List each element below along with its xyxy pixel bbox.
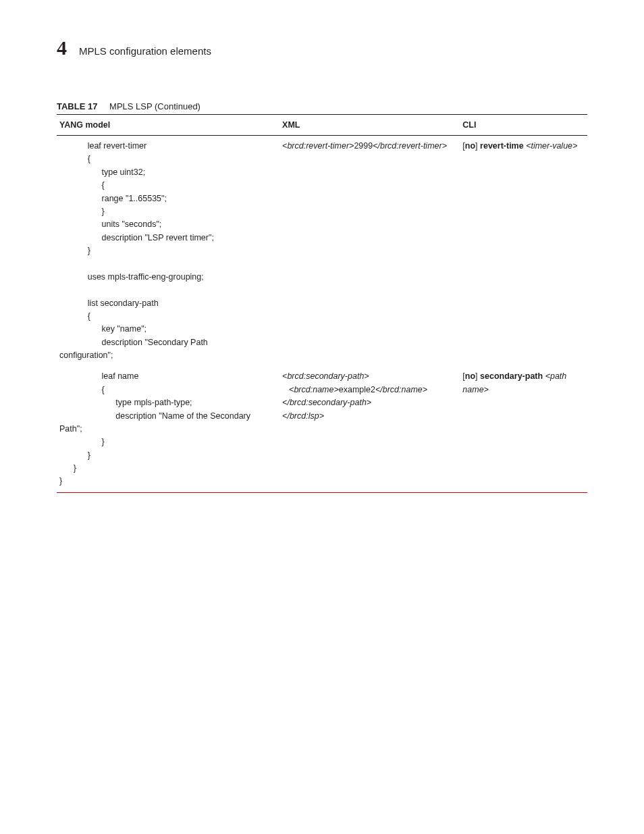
col-header-cli: CLI <box>460 115 587 136</box>
xml-code-block: <brcd:revert-timer>2999</brcd:revert-tim… <box>282 140 457 153</box>
cli-no-prefix: [no] <box>462 371 477 381</box>
xml-line: </brcd:secondary-path> <box>282 398 371 407</box>
col-header-xml: XML <box>279 115 460 136</box>
cell-xml: <brcd:revert-timer>2999</brcd:revert-tim… <box>279 136 460 367</box>
table-header-row: YANG model XML CLI <box>57 115 587 136</box>
cli-command: [no] revert-time <timer-value> <box>462 140 585 153</box>
xml-tag-open: <brcd:name> <box>289 385 339 394</box>
cell-cli: [no] revert-time <timer-value> <box>460 136 587 367</box>
table-caption: TABLE 17 MPLS LSP (Continued) <box>57 101 587 111</box>
xml-tag-close: </brcd:name> <box>375 385 427 394</box>
cell-cli: [no] secondary-path <path name> <box>460 366 587 492</box>
table-label: TABLE 17 <box>57 101 97 111</box>
yang-code-block: leaf name { type mpls-path-type; descrip… <box>59 370 277 488</box>
table-title: MPLS LSP (Continued) <box>109 101 200 111</box>
xml-line: </brcd:lsp> <box>282 411 324 421</box>
mpls-lsp-table: YANG model XML CLI leaf revert-timer { t… <box>57 115 587 492</box>
cli-cmd-name: secondary-path <box>478 371 545 381</box>
cli-no-bold: no <box>465 371 475 381</box>
cell-yang: leaf revert-timer { type uint32; { range… <box>57 136 279 367</box>
cli-cmd-name: revert-time <box>478 141 527 151</box>
cli-command: [no] secondary-path <path name> <box>462 370 585 396</box>
table-bottom-rule <box>57 492 587 493</box>
xml-line: <brcd:secondary-path> <box>282 371 369 381</box>
section-title: MPLS configuration elements <box>79 45 211 57</box>
cli-arg: <timer-value> <box>526 141 577 151</box>
xml-value: example2 <box>339 385 375 394</box>
col-header-yang: YANG model <box>57 115 279 136</box>
xml-code-block: <brcd:secondary-path> <brcd:name>example… <box>282 370 457 423</box>
cell-xml: <brcd:secondary-path> <brcd:name>example… <box>279 366 460 492</box>
xml-tag-close: </brcd:revert-timer> <box>373 141 447 151</box>
xml-value: 2999 <box>354 141 373 151</box>
cli-no-prefix: [no] <box>462 141 477 151</box>
cell-yang: leaf name { type mpls-path-type; descrip… <box>57 366 279 492</box>
chapter-number: 4 <box>57 36 67 59</box>
cli-no-bold: no <box>465 141 475 151</box>
table-row: leaf name { type mpls-path-type; descrip… <box>57 366 587 492</box>
yang-code-block: leaf revert-timer { type uint32; { range… <box>59 140 277 362</box>
page-header: 4 MPLS configuration elements <box>57 36 587 59</box>
page-content: 4 MPLS configuration elements TABLE 17 M… <box>0 0 644 493</box>
table-row: leaf revert-timer { type uint32; { range… <box>57 136 587 367</box>
xml-tag-open: <brcd:revert-timer> <box>282 141 354 151</box>
